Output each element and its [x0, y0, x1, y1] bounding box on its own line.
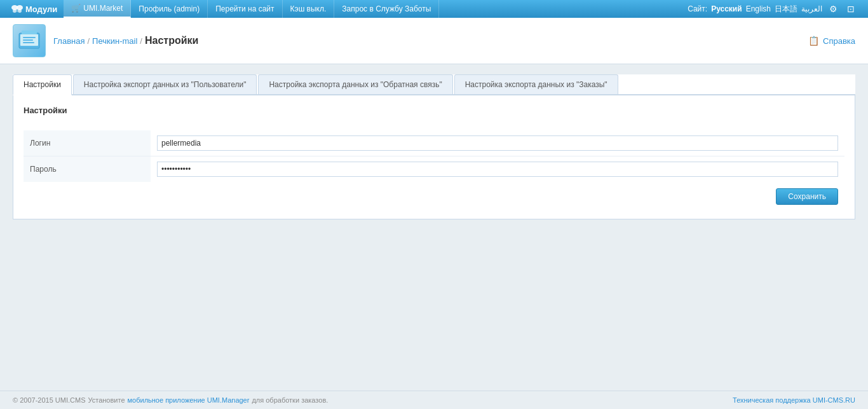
external-link-icon[interactable]: ⊡: [844, 2, 858, 16]
breadcrumb-sep2: /: [140, 36, 142, 46]
top-navigation: Модули 🛒 UMI.Market Профиль (admin) Пере…: [0, 0, 868, 18]
help-button[interactable]: Справка: [823, 36, 855, 46]
svg-point-2: [13, 9, 17, 13]
password-input-cell: [151, 156, 844, 183]
lang-en[interactable]: English: [746, 4, 771, 13]
page-footer: © 2007-2015 UMI.CMS Установите мобильное…: [0, 391, 868, 409]
svg-rect-10: [23, 42, 34, 43]
tab-settings[interactable]: Настройки: [13, 74, 72, 95]
svg-rect-6: [22, 31, 37, 34]
footer-right: Техническая поддержка UMI-CMS.RU: [733, 396, 855, 404]
header-left: Главная / Печкин-mail / Настройки: [13, 24, 198, 57]
password-label: Пароль: [24, 156, 151, 183]
save-button[interactable]: Сохранить: [776, 188, 838, 205]
header-right: 📋 Справка: [808, 36, 855, 46]
lang-ar[interactable]: العربية: [801, 4, 822, 13]
butterfly-icon: [11, 4, 23, 13]
nav-goto-site[interactable]: Перейти на сайт: [208, 0, 282, 18]
settings-form-table: Логин Пароль: [24, 130, 844, 182]
tab-feedback-export[interactable]: Настройка экспорта данных из "Обратная с…: [258, 74, 452, 94]
nav-profile[interactable]: Профиль (admin): [131, 0, 208, 18]
breadcrumb-sep1: /: [87, 36, 90, 46]
svg-point-3: [18, 9, 22, 13]
help-icon: 📋: [808, 36, 819, 46]
breadcrumb-module[interactable]: Печкин-mail: [92, 36, 137, 46]
module-icon: [13, 24, 46, 57]
main-content: Настройки Настройка экспорт данных из "П…: [0, 64, 868, 391]
settings-panel: Настройки Логин Пароль: [13, 95, 855, 219]
lang-ru[interactable]: Русский: [711, 4, 742, 13]
install-link[interactable]: мобильное приложение UMI.Manager: [128, 396, 250, 404]
login-input-cell: [151, 130, 844, 156]
login-label: Логин: [24, 130, 151, 156]
form-row-password: Пароль: [24, 156, 844, 183]
tabs-bar: Настройки Настройка экспорт данных из "П…: [13, 74, 855, 95]
form-actions: Сохранить: [24, 182, 844, 209]
form-row-login: Логин: [24, 130, 844, 156]
page-title: Настройки: [145, 35, 198, 46]
tab-orders-export[interactable]: Настройка экспорта данных из "Заказы": [454, 74, 618, 94]
logo-label: Модули: [25, 4, 57, 14]
settings-icon[interactable]: ⚙: [826, 2, 840, 16]
password-input[interactable]: [157, 162, 838, 177]
tab-users-export[interactable]: Настройка экспорт данных из "Пользовател…: [73, 74, 257, 94]
nav-umi-market-icon: 🛒: [71, 4, 81, 13]
settings-panel-title: Настройки: [24, 106, 844, 120]
breadcrumb: Главная / Печкин-mail / Настройки: [53, 35, 198, 46]
breadcrumb-home[interactable]: Главная: [53, 36, 85, 46]
language-selector: Сайт: Русский English 日本語 العربية ⚙ ⊡: [688, 2, 863, 16]
logo-button[interactable]: Модули: [5, 0, 64, 18]
support-link[interactable]: Техническая поддержка UMI-CMS.RU: [733, 396, 855, 404]
site-label: Сайт:: [688, 4, 707, 13]
svg-rect-8: [23, 37, 36, 38]
install-text-after: для обработки заказов.: [252, 396, 328, 404]
module-icon-svg: [18, 29, 41, 52]
content-wrapper: Главная / Печкин-mail / Настройки 📋 Спра…: [0, 18, 868, 391]
svg-rect-9: [23, 39, 33, 41]
nav-cache[interactable]: Кэш выкл.: [283, 0, 335, 18]
page-header: Главная / Печкин-mail / Настройки 📋 Спра…: [0, 18, 868, 64]
copyright: © 2007-2015 UMI.CMS: [13, 396, 86, 404]
footer-left: © 2007-2015 UMI.CMS Установите мобильное…: [13, 396, 328, 404]
nav-umi-market[interactable]: 🛒 UMI.Market: [64, 0, 131, 18]
lang-ja[interactable]: 日本語: [775, 4, 797, 15]
login-input[interactable]: [157, 135, 838, 151]
nav-support[interactable]: Запрос в Службу Заботы: [334, 0, 439, 18]
install-text-before: Установите: [88, 396, 125, 404]
